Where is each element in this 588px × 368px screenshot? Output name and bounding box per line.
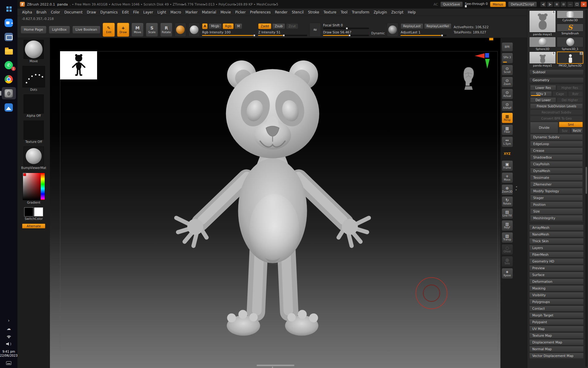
right-shelf-button[interactable]: ▦ Persp — [502, 113, 513, 123]
right-shelf-button[interactable]: ∗ Xpose — [502, 268, 513, 279]
menus-button[interactable]: Menus — [490, 2, 506, 7]
subpalette-header[interactable]: Texture Map — [529, 332, 584, 339]
taskbar-app-icon[interactable]: 1 — [2, 59, 16, 71]
menu-item[interactable]: Layer — [141, 9, 155, 15]
zsub-toggle[interactable]: Zsub — [272, 23, 285, 29]
switch-color[interactable]: SwitchColor — [24, 207, 43, 220]
subpalette-header[interactable]: Preview — [529, 265, 584, 271]
menu-item[interactable]: Light — [155, 9, 168, 15]
mrgb-toggle[interactable]: Mrgb — [209, 23, 222, 29]
right-shelf-button[interactable]: + Move — [502, 172, 513, 183]
divide-button[interactable]: Divide — [530, 122, 558, 133]
color-gradient-picker[interactable]: Gradient — [23, 173, 45, 204]
axis-orientation-widget[interactable] — [473, 52, 490, 70]
subpalette-header[interactable]: ArrayMesh — [529, 224, 584, 231]
right-shelf-button[interactable]: ▥ PolyF — [502, 220, 513, 231]
material-thumb[interactable]: BumpViewerMat — [21, 147, 46, 170]
edit-mode-button[interactable]: ✎ Edit — [103, 23, 115, 37]
hue-strip[interactable] — [41, 173, 45, 200]
higher-res-button[interactable]: Higher Res — [557, 85, 583, 90]
quicksave-button[interactable]: QuickSave — [440, 2, 463, 7]
geometry-subsection-header[interactable]: Crease — [530, 148, 583, 154]
z-intensity-slider[interactable]: Z Intensity 51 — [258, 30, 307, 36]
subpalette-header[interactable]: Contact — [529, 305, 584, 312]
subpalette-header[interactable]: Displacement Map — [529, 339, 584, 345]
menu-item[interactable]: Document — [62, 9, 85, 15]
dynamic-label[interactable]: Dynamic — [371, 32, 385, 35]
matcap-head-icon[interactable] — [462, 64, 475, 92]
menu-item[interactable]: Zplugin — [371, 9, 389, 15]
menu-item[interactable]: Color — [49, 9, 62, 15]
menu-item[interactable]: Zscript — [389, 9, 405, 15]
right-shelf-button[interactable]: ⊙ AAHalf — [502, 101, 513, 111]
clock[interactable]: 9:41 pm 22/06/2023 — [0, 350, 17, 358]
menu-item[interactable]: File — [131, 9, 141, 15]
taskbar-app-icon[interactable] — [2, 101, 16, 113]
right-shelf-button[interactable]: ⊙ Scroll — [502, 65, 513, 75]
tool-thumbnail[interactable]: Cylinder3D — [557, 10, 583, 23]
tool-thumbnail[interactable]: Sphere3D_1 — [557, 37, 583, 51]
zadd-toggle[interactable]: Zadd — [258, 23, 271, 29]
rotate-mode-button[interactable]: R Rotate — [160, 23, 172, 37]
geometry-subsection-header[interactable]: DynaMesh — [530, 168, 583, 174]
menu-item[interactable]: Transform — [350, 9, 371, 15]
divider-handle-icon[interactable]: ◂▸ — [516, 185, 517, 191]
sdiv-slider[interactable]: SDiv 3 — [530, 91, 552, 97]
collapse-left-ui-button[interactable]: ◂‖ — [540, 2, 546, 7]
del-lower-button[interactable]: Del Lower — [530, 97, 556, 103]
tool-thumbnail[interactable]: Sphere3D — [529, 37, 556, 51]
suv-toggle[interactable]: Suv — [559, 128, 571, 133]
right-shelf-button[interactable]: BPR — [502, 42, 513, 52]
geometry-subsection-header[interactable]: Dynamic Subdiv — [530, 134, 583, 140]
draw-size-slider[interactable]: Draw Size 56.467 — [323, 30, 369, 36]
color-picker[interactable] — [188, 23, 200, 37]
panel-scrollbar[interactable] — [585, 10, 587, 367]
right-shelf-button[interactable]: ◌ Ghost — [502, 244, 513, 255]
menu-item[interactable]: Help — [405, 9, 418, 15]
subpalette-header[interactable]: Normal Map — [529, 346, 584, 352]
geometry-subsection-header[interactable]: ShadowBox — [530, 154, 583, 160]
alternate-button[interactable]: Alternate — [22, 224, 45, 228]
subpalette-header[interactable]: Vector Displacement Map — [529, 353, 584, 359]
geometry-subsection-header[interactable]: Size — [530, 208, 583, 214]
ui-zoom-in-button[interactable]: ⊞ — [554, 2, 560, 7]
right-shelf-button[interactable]: ▤ Line Fill — [502, 208, 513, 219]
taskbar-app-icon[interactable] — [2, 45, 16, 57]
cage-button[interactable]: Cage — [552, 91, 567, 97]
draw-mode-button[interactable]: + Draw — [117, 23, 129, 37]
volume-icon[interactable]: ) — [6, 342, 11, 346]
menu-item[interactable]: Material — [200, 9, 218, 15]
geometry-subsection-header[interactable]: Position — [530, 201, 583, 208]
freeze-subdivision-button[interactable]: Freeze SubDivision Levels — [530, 103, 583, 109]
current-tool-thumb[interactable]: Move — [24, 40, 44, 63]
zcut-toggle[interactable]: Zcut — [286, 23, 298, 29]
right-shelf-button[interactable]: ↻ Rotate — [502, 196, 513, 207]
subpalette-header[interactable]: Masking — [529, 285, 584, 291]
subpalette-header[interactable]: Polypaint — [529, 319, 584, 325]
subpalette-header[interactable]: UV Map — [529, 326, 584, 332]
tool-thumbnail[interactable]: 6 panda maya1 — [529, 10, 556, 36]
right-shelf-button[interactable]: ⊕ Zoom3D — [502, 184, 513, 195]
rstr-button[interactable]: Rstr — [568, 91, 583, 97]
geometry-section-header[interactable]: Geometry — [529, 77, 584, 83]
menu-item[interactable]: Movie — [218, 9, 233, 15]
texture-thumb[interactable]: Texture Off — [24, 121, 44, 144]
rgb-intensity-slider[interactable]: Rgb Intensity 100 — [202, 30, 256, 36]
geometry-subsection-header[interactable]: ClayPolish — [530, 161, 583, 167]
tool-thumbnail[interactable]: 2 PM3D_Sphere3D — [557, 52, 583, 67]
zscript-button[interactable]: DefaultZScript — [508, 2, 537, 7]
subpalette-header[interactable]: Layers — [529, 245, 584, 251]
taskbar-app-icon[interactable] — [2, 2, 16, 15]
lightbox-button[interactable]: LightBox — [49, 26, 70, 34]
tool-thumbnail[interactable]: 6 panda maya1 — [529, 52, 556, 67]
scale-mode-button[interactable]: S Scale — [146, 23, 158, 37]
subpalette-header[interactable]: Polygroups — [529, 299, 584, 305]
see-through-slider[interactable]: See-through 0 — [465, 2, 488, 7]
restore-button[interactable] — [574, 2, 580, 7]
right-shelf-button[interactable]: ⊙ Actual — [502, 89, 513, 99]
taskbar-app-icon[interactable] — [2, 17, 16, 29]
menu-item[interactable]: Brush — [34, 9, 49, 15]
menu-item[interactable]: Draw — [85, 9, 98, 15]
subpalette-header[interactable]: Thick Skin — [529, 238, 584, 244]
wifi-icon[interactable] — [6, 334, 12, 338]
